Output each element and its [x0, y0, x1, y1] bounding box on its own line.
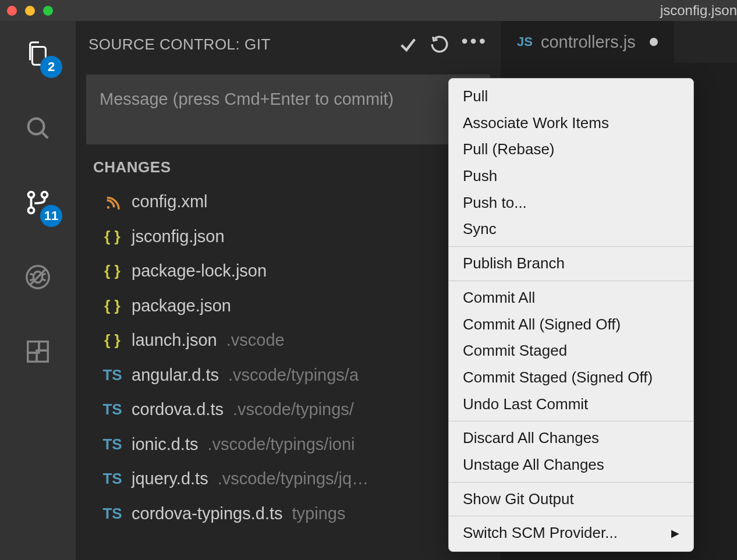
file-name: config.xml: [132, 189, 208, 215]
json-file-icon: { }: [102, 260, 122, 282]
menu-item-label: Publish Branch: [463, 253, 565, 275]
refresh-action[interactable]: [430, 34, 449, 54]
menu-item-label: Pull (Rebase): [463, 139, 555, 161]
menu-item-label: Discard All Changes: [463, 427, 599, 449]
file-row[interactable]: { }jsconfig.json: [76, 219, 501, 254]
window-title: jsconfig.json: [660, 2, 737, 19]
activity-explorer[interactable]: 2: [20, 36, 55, 71]
more-actions[interactable]: •••: [461, 31, 488, 57]
activity-extensions[interactable]: [20, 334, 55, 369]
file-row[interactable]: TScordova.d.ts .vscode/typings/: [76, 392, 501, 427]
file-row[interactable]: { }launch.json .vscode: [76, 323, 501, 358]
activity-debug[interactable]: [20, 260, 55, 295]
file-row[interactable]: config.xml: [76, 185, 501, 219]
file-row[interactable]: TScordova-typings.d.ts typingsU: [76, 497, 501, 531]
file-path: .vscode: [226, 328, 285, 353]
menu-item[interactable]: Publish Branch: [449, 250, 693, 277]
menu-item[interactable]: Undo Last Commit: [449, 391, 693, 418]
menu-item[interactable]: Switch SCM Provider...▶: [449, 520, 693, 547]
ts-file-icon: TS: [102, 398, 122, 421]
changes-list: config.xml{ }jsconfig.json{ }package-loc…: [76, 185, 501, 531]
file-row[interactable]: TSjquery.d.ts .vscode/typings/jq…U: [76, 462, 501, 497]
menu-item[interactable]: Push to...: [449, 190, 693, 217]
menu-item[interactable]: Discard All Changes: [449, 425, 693, 452]
file-path: .vscode/typings/: [233, 397, 354, 423]
menu-item[interactable]: Unstage All Changes: [449, 452, 693, 479]
scm-badge: 11: [40, 205, 62, 227]
file-row[interactable]: { }package.json: [76, 289, 501, 324]
activity-source-control[interactable]: 11: [20, 185, 55, 220]
ts-file-icon: TS: [102, 467, 122, 490]
ts-file-icon: TS: [102, 502, 122, 525]
menu-item-label: Pull: [463, 86, 488, 108]
file-name: package-lock.json: [132, 258, 267, 284]
menu-item[interactable]: Commit Staged (Signed Off): [449, 364, 693, 391]
file-path: .vscode/typings/ioni: [207, 432, 355, 458]
activity-bar: 2 11: [0, 21, 76, 560]
commit-message-input[interactable]: Message (press Cmd+Enter to commit): [86, 75, 490, 144]
svg-point-0: [29, 119, 44, 134]
menu-item[interactable]: Associate Work Items: [449, 110, 693, 137]
svg-point-2: [29, 192, 34, 198]
menu-separator: [449, 281, 693, 281]
submenu-arrow-icon: ▶: [671, 526, 679, 541]
activity-search[interactable]: [20, 111, 55, 146]
tab-controllers-js[interactable]: JS controllers.js: [501, 21, 674, 63]
menu-separator: [449, 482, 693, 483]
file-row[interactable]: { }package-lock.json: [76, 254, 501, 289]
menu-item-label: Push: [463, 165, 497, 187]
menu-item[interactable]: Show Git Output: [449, 486, 693, 513]
menu-item[interactable]: Pull: [449, 83, 693, 110]
extensions-icon: [24, 338, 51, 365]
changes-header[interactable]: CHANGES: [76, 156, 501, 185]
svg-line-9: [42, 274, 46, 275]
editor-tabs: JS controllers.js: [501, 21, 737, 63]
ts-file-icon: TS: [102, 364, 122, 387]
json-file-icon: { }: [102, 225, 122, 248]
menu-separator: [449, 246, 693, 247]
menu-item-label: Commit Staged: [463, 340, 567, 362]
refresh-icon: [430, 34, 449, 54]
ts-file-icon: TS: [102, 433, 122, 456]
source-control-sidebar: SOURCE CONTROL: GIT ••• Message (press C…: [76, 21, 501, 560]
svg-rect-14: [28, 353, 37, 361]
commit-action[interactable]: [398, 34, 418, 54]
menu-item[interactable]: Sync: [449, 216, 693, 243]
svg-line-10: [30, 279, 34, 281]
menu-item[interactable]: Pull (Rebase): [449, 136, 693, 163]
menu-separator: [449, 516, 693, 516]
menu-item[interactable]: Commit All: [449, 285, 693, 311]
file-row[interactable]: TSangular.d.ts .vscode/typings/a: [76, 358, 501, 393]
menu-item[interactable]: Push: [449, 163, 693, 190]
file-name: package.json: [132, 293, 231, 319]
window-maximize-button[interactable]: [43, 6, 53, 16]
tab-label: controllers.js: [541, 33, 636, 52]
file-name: cordova.d.ts: [132, 397, 224, 423]
window-close-button[interactable]: [7, 6, 17, 16]
menu-item-label: Push to...: [463, 192, 527, 214]
json-file-icon: { }: [102, 295, 122, 317]
rss-file-icon: [102, 194, 122, 210]
menu-item-label: Show Git Output: [463, 488, 574, 511]
no-bug-icon: [24, 264, 51, 290]
file-path: typings: [292, 501, 346, 527]
file-name: launch.json: [132, 328, 217, 353]
svg-line-11: [42, 279, 46, 281]
menu-item[interactable]: Commit All (Signed Off): [449, 311, 693, 338]
menu-item-label: Switch SCM Provider...: [463, 522, 618, 544]
check-icon: [398, 34, 418, 54]
menu-item-label: Unstage All Changes: [463, 454, 604, 476]
menu-item-label: Associate Work Items: [463, 112, 609, 134]
menu-item-label: Undo Last Commit: [463, 394, 588, 416]
menu-item-label: Commit Staged (Signed Off): [463, 367, 653, 389]
menu-item[interactable]: Commit Staged: [449, 338, 693, 364]
file-name: ionic.d.ts: [132, 432, 198, 458]
window-minimize-button[interactable]: [25, 6, 35, 16]
file-row[interactable]: TSionic.d.ts .vscode/typings/ioni: [76, 427, 501, 462]
file-name: jquery.d.ts: [132, 466, 208, 492]
menu-separator: [449, 421, 693, 421]
file-name: angular.d.ts: [132, 363, 219, 388]
file-path: .vscode/typings/a: [228, 363, 359, 388]
titlebar: jsconfig.json: [0, 0, 737, 21]
menu-item-label: Commit All: [463, 287, 535, 309]
